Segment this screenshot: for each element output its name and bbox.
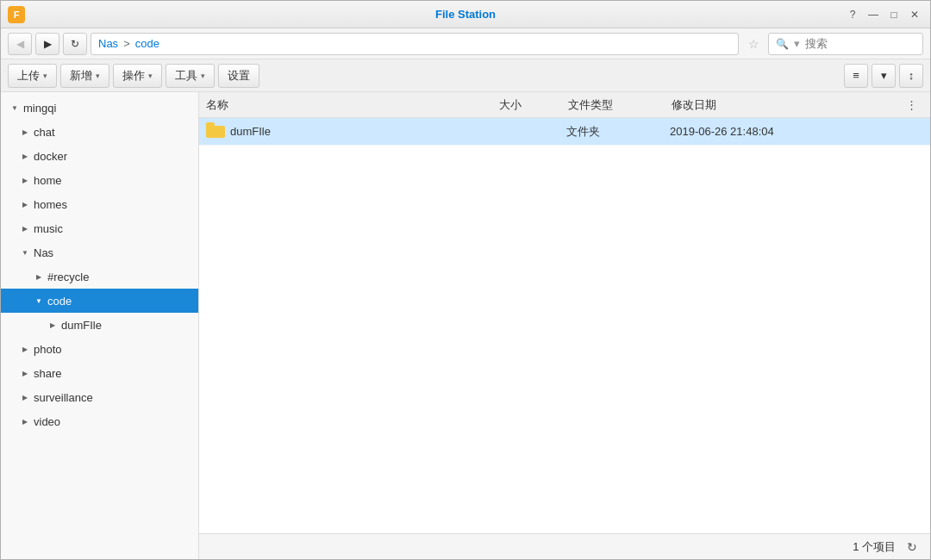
- sidebar-item-share[interactable]: ▶ share: [1, 361, 198, 385]
- sidebar-surveillance-label: surveillance: [34, 391, 93, 404]
- tools-label: 工具: [175, 68, 197, 84]
- refresh-nav-button[interactable]: ↻: [63, 33, 87, 55]
- sidebar-item-video[interactable]: ▶ video: [1, 409, 198, 433]
- sidebar-item-nas[interactable]: ▼ Nas: [1, 240, 198, 264]
- bookmark-button[interactable]: ☆: [742, 33, 765, 55]
- folder-icon: [206, 122, 225, 141]
- upload-button[interactable]: 上传 ▾: [8, 64, 57, 88]
- new-dropdown-icon: ▾: [96, 72, 100, 80]
- col-header-date[interactable]: 修改日期: [672, 97, 906, 113]
- nas-toggle-icon: ▼: [18, 246, 32, 259]
- dumfile-toggle-icon: ▶: [46, 318, 59, 332]
- close-button[interactable]: ✕: [906, 6, 923, 23]
- window-controls: ? — □ ✕: [844, 6, 923, 23]
- minimize-button[interactable]: —: [865, 6, 882, 23]
- col-type-label: 文件类型: [568, 97, 613, 113]
- main-area: ▼ mingqi ▶ chat ▶ docker ▶ home ▶ homes: [1, 92, 930, 559]
- restore-button[interactable]: □: [885, 6, 903, 23]
- help-button[interactable]: ?: [844, 6, 861, 23]
- docker-toggle-icon: ▶: [18, 149, 32, 163]
- sidebar: ▼ mingqi ▶ chat ▶ docker ▶ home ▶ homes: [1, 92, 199, 559]
- col-menu-icon[interactable]: ⋮: [906, 98, 923, 111]
- root-toggle-icon: ▼: [8, 101, 22, 115]
- code-toggle-icon: ▼: [32, 294, 46, 308]
- tools-dropdown-icon: ▾: [201, 72, 205, 80]
- sidebar-nas-label: Nas: [34, 246, 53, 259]
- sort-button[interactable]: ↕: [899, 64, 923, 88]
- app-icon: F: [8, 6, 25, 23]
- col-header-type[interactable]: 文件类型: [568, 97, 672, 113]
- path-bar: Nas > code: [91, 33, 739, 55]
- sidebar-chat-label: chat: [34, 126, 55, 139]
- back-button[interactable]: ◀: [8, 33, 32, 55]
- col-name-label: 名称: [206, 97, 228, 113]
- status-refresh-button[interactable]: ↻: [903, 538, 922, 557]
- sidebar-dumfile-label: dumFIle: [61, 319, 102, 332]
- sidebar-item-dumfile[interactable]: ▶ dumFIle: [1, 313, 198, 337]
- settings-label: 设置: [228, 68, 250, 84]
- sidebar-recycle-label: #recycle: [47, 271, 89, 283]
- action-bar: 上传 ▾ 新增 ▾ 操作 ▾ 工具 ▾ 设置 ≡ ▾ ↕: [1, 59, 930, 92]
- sidebar-video-label: video: [34, 415, 60, 428]
- recycle-toggle-icon: ▶: [32, 270, 46, 283]
- table-row[interactable]: dumFIle 文件夹 2019-06-26 21:48:04: [199, 118, 930, 146]
- sidebar-item-docker[interactable]: ▶ docker: [1, 144, 198, 168]
- sidebar-music-label: music: [34, 222, 63, 235]
- path-part-nas[interactable]: Nas: [98, 37, 118, 50]
- status-count: 1 个项目: [853, 539, 896, 555]
- path-part-code[interactable]: code: [135, 37, 159, 50]
- sidebar-item-music[interactable]: ▶ music: [1, 216, 198, 240]
- search-bar: 🔍 ▾: [768, 33, 923, 55]
- new-label: 新增: [70, 68, 92, 84]
- list-view-button[interactable]: ≡: [844, 64, 868, 88]
- sidebar-item-home[interactable]: ▶ home: [1, 168, 198, 192]
- chat-toggle-icon: ▶: [18, 125, 32, 139]
- file-type: 文件夹: [566, 124, 670, 140]
- col-size-label: 大小: [499, 97, 522, 113]
- sidebar-item-code[interactable]: ▼ code: [1, 289, 198, 313]
- title-bar: F File Station ? — □ ✕: [1, 1, 930, 28]
- sidebar-code-label: code: [47, 295, 72, 308]
- homes-toggle-icon: ▶: [18, 197, 32, 211]
- tools-button[interactable]: 工具 ▾: [166, 64, 215, 88]
- status-bar: 1 个项目 ↻: [199, 533, 930, 559]
- search-input[interactable]: [805, 37, 915, 50]
- action-label: 操作: [122, 68, 145, 84]
- sidebar-item-homes[interactable]: ▶ homes: [1, 192, 198, 216]
- home-toggle-icon: ▶: [18, 173, 32, 187]
- action-dropdown-icon: ▾: [148, 72, 153, 80]
- sidebar-item-chat[interactable]: ▶ chat: [1, 120, 198, 144]
- action-button[interactable]: 操作 ▾: [113, 64, 162, 88]
- sidebar-item-recycle[interactable]: ▶ #recycle: [1, 264, 198, 289]
- new-button[interactable]: 新增 ▾: [60, 64, 109, 88]
- window-title: File Station: [435, 8, 496, 21]
- share-toggle-icon: ▶: [18, 366, 32, 380]
- settings-button[interactable]: 设置: [218, 64, 259, 88]
- sidebar-item-photo[interactable]: ▶ photo: [1, 337, 198, 361]
- search-icon: 🔍: [776, 38, 789, 50]
- forward-button[interactable]: ▶: [35, 33, 59, 55]
- file-list: dumFIle 文件夹 2019-06-26 21:48:04: [199, 118, 930, 533]
- music-toggle-icon: ▶: [18, 221, 32, 235]
- surveillance-toggle-icon: ▶: [18, 390, 32, 404]
- upload-dropdown-icon: ▾: [43, 72, 47, 80]
- sidebar-share-label: share: [34, 367, 62, 380]
- view-dropdown-button[interactable]: ▾: [872, 64, 896, 88]
- sidebar-item-root[interactable]: ▼ mingqi: [1, 96, 198, 120]
- file-name: dumFIle: [230, 125, 497, 138]
- sidebar-docker-label: docker: [34, 150, 67, 163]
- nav-bar: ◀ ▶ ↻ Nas > code ☆ 🔍 ▾: [1, 28, 930, 59]
- col-header-size[interactable]: 大小: [499, 97, 568, 113]
- photo-toggle-icon: ▶: [18, 342, 32, 356]
- title-left: F: [8, 6, 25, 23]
- sidebar-root-label: mingqi: [23, 102, 56, 115]
- file-area: 名称 大小 文件类型 修改日期 ⋮: [199, 92, 930, 559]
- sidebar-item-surveillance[interactable]: ▶ surveillance: [1, 385, 198, 409]
- file-date: 2019-06-26 21:48:04: [670, 125, 923, 138]
- col-header-name[interactable]: 名称: [206, 97, 499, 113]
- upload-label: 上传: [17, 68, 40, 84]
- sidebar-home-label: home: [34, 174, 62, 187]
- search-separator: ▾: [794, 37, 800, 50]
- path-separator: >: [123, 37, 130, 50]
- col-date-label: 修改日期: [672, 97, 716, 113]
